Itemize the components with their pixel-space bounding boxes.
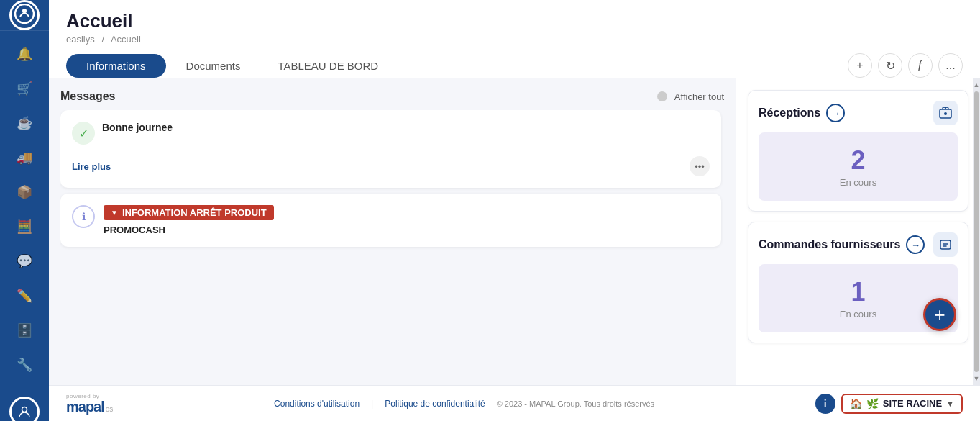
boxes-icon: 📦	[17, 184, 32, 200]
fab-add-button[interactable]: +	[923, 298, 956, 331]
mapal-os-text: os	[106, 405, 114, 413]
message-1-more-button[interactable]: •••	[690, 156, 710, 176]
tab-documents[interactable]: Documents	[169, 54, 258, 78]
message-2-content: ℹ ▼ INFORMATION ARRÊT PRODUIT PROMOCASH	[72, 205, 710, 235]
sidebar-item-database[interactable]: 🗄️	[7, 314, 42, 346]
mapal-text: mapal	[66, 399, 104, 414]
message-1-footer: Lire plus •••	[72, 156, 710, 176]
logo-circle	[9, 0, 40, 30]
sidebar: 🔔 🛒 ☕ 🚚 📦 🧮 💬 ✏️ 🗄️ 🔧	[0, 0, 49, 421]
logo-text	[14, 4, 35, 27]
flag-icon: 🌿	[866, 398, 879, 409]
message-item-1: ✓ Bonne journee Lire plus •••	[60, 110, 721, 188]
sidebar-item-bell[interactable]: 🔔	[7, 38, 42, 70]
sidebar-nav: 🔔 🛒 ☕ 🚚 📦 🧮 💬 ✏️ 🗄️ 🔧	[0, 31, 49, 388]
settings-button[interactable]: ƒ	[908, 53, 933, 78]
tab-tableau-de-bord[interactable]: TABLEAU DE BORD	[260, 54, 395, 78]
header: Accueil easilys / Accueil Informations D…	[49, 0, 980, 78]
mapal-brand: mapal os	[66, 399, 113, 414]
wrench-icon: 🔧	[17, 357, 32, 373]
toggle-dot[interactable]	[657, 91, 667, 101]
footer: powered by mapal os Conditions d'utilisa…	[49, 385, 980, 421]
commandes-arrow-button[interactable]: →	[906, 235, 925, 254]
svg-point-2	[22, 407, 27, 412]
sidebar-bottom[interactable]	[9, 388, 40, 421]
sidebar-item-wrench[interactable]: 🔧	[7, 349, 42, 381]
footer-copyright: © 2023 - MAPAL Group. Tous droits réserv…	[497, 399, 654, 408]
refresh-button[interactable]: ↻	[878, 53, 902, 78]
sidebar-item-chat[interactable]: 💬	[7, 245, 42, 277]
message-1-text: Bonne journee	[102, 122, 173, 133]
bell-icon: 🔔	[17, 46, 32, 62]
receptions-icon	[933, 101, 958, 125]
promocash-label: PROMOCASH	[104, 225, 710, 235]
commandes-count: 1	[771, 277, 945, 307]
privacy-link[interactable]: Politique de confidentialité	[385, 399, 485, 409]
lire-plus-link[interactable]: Lire plus	[72, 161, 111, 172]
scroll-thumb	[974, 91, 979, 372]
receptions-title-row: Réceptions →	[759, 104, 845, 122]
add-tab-button[interactable]: +	[848, 53, 872, 78]
arret-badge: ▼ INFORMATION ARRÊT PRODUIT	[104, 205, 274, 220]
mapal-logo: powered by mapal os	[66, 393, 113, 414]
check-icon: ✓	[72, 122, 95, 145]
content-row: Messages Afficher tout ✓ Bonne journee L…	[49, 78, 980, 385]
house-icon: 🏠	[850, 398, 862, 409]
receptions-title: Réceptions	[759, 107, 820, 119]
user-avatar[interactable]	[9, 397, 40, 421]
sidebar-logo[interactable]	[0, 0, 49, 31]
page-title: Accueil	[66, 10, 963, 32]
svg-rect-5	[940, 240, 951, 249]
truck-icon: 🚚	[17, 150, 32, 166]
right-panel: ▲ ▼ Réceptions →	[736, 78, 980, 385]
breadcrumb: easilys / Accueil	[66, 34, 963, 45]
footer-separator: |	[371, 399, 373, 409]
footer-right: i 🏠 🌿 SITE RACINE ▼	[815, 394, 963, 414]
site-racine-button[interactable]: 🏠 🌿 SITE RACINE ▼	[841, 394, 963, 414]
receptions-body: 2 En cours	[759, 132, 958, 201]
messages-list: ✓ Bonne journee Lire plus ••• ℹ ▼	[60, 110, 724, 374]
commandes-widget: Commandes fournisseurs → 1 En cours	[748, 222, 968, 343]
triangle-icon: ▼	[111, 209, 118, 217]
breadcrumb-root: easilys	[66, 34, 95, 45]
scroll-up-arrow[interactable]: ▲	[974, 81, 980, 89]
receptions-header: Réceptions →	[759, 101, 958, 125]
commandes-icon	[933, 232, 958, 257]
scroll-down-arrow[interactable]: ▼	[974, 375, 980, 382]
sidebar-item-pen[interactable]: ✏️	[7, 280, 42, 312]
info-icon: ℹ	[72, 205, 95, 228]
tabs-bar: Informations Documents TABLEAU DE BORD +…	[66, 53, 963, 78]
footer-links: Conditions d'utilisation | Politique de …	[113, 399, 815, 409]
tab-informations[interactable]: Informations	[66, 54, 166, 78]
message-2-body: ▼ INFORMATION ARRÊT PRODUIT PROMOCASH	[104, 205, 710, 235]
scrollbar-track: ▲ ▼	[973, 78, 980, 385]
site-racine-label: SITE RACINE	[883, 398, 942, 409]
svg-point-4	[944, 112, 947, 115]
receptions-status: En cours	[771, 177, 945, 188]
calculator-icon: 🧮	[17, 219, 32, 235]
commandes-title: Commandes fournisseurs	[759, 238, 900, 251]
afficher-tout-label: Afficher tout	[674, 91, 724, 102]
info-button[interactable]: i	[815, 394, 835, 414]
chevron-down-icon: ▼	[946, 399, 954, 408]
sidebar-item-calculator[interactable]: 🧮	[7, 211, 42, 243]
tab-actions: + ↻ ƒ ...	[848, 53, 963, 78]
receptions-arrow-button[interactable]: →	[826, 104, 845, 122]
more-button[interactable]: ...	[938, 53, 963, 78]
conditions-link[interactable]: Conditions d'utilisation	[274, 399, 360, 409]
message-item-2: ℹ ▼ INFORMATION ARRÊT PRODUIT PROMOCASH	[60, 194, 721, 247]
database-icon: 🗄️	[17, 322, 32, 338]
svg-point-1	[22, 9, 27, 13]
messages-title: Messages	[60, 90, 116, 103]
sidebar-item-boxes[interactable]: 📦	[7, 176, 42, 208]
breadcrumb-current: Accueil	[111, 34, 141, 45]
cart-icon: 🛒	[17, 81, 32, 96]
messages-section: Messages Afficher tout ✓ Bonne journee L…	[49, 78, 736, 385]
main-layout: Accueil easilys / Accueil Informations D…	[49, 0, 980, 421]
chat-icon: 💬	[17, 253, 32, 269]
arret-text: INFORMATION ARRÊT PRODUIT	[122, 207, 267, 218]
sidebar-item-cart[interactable]: 🛒	[7, 73, 42, 104]
messages-header-right: Afficher tout	[657, 91, 724, 102]
sidebar-item-truck[interactable]: 🚚	[7, 142, 42, 173]
sidebar-item-coffee[interactable]: ☕	[7, 107, 42, 139]
